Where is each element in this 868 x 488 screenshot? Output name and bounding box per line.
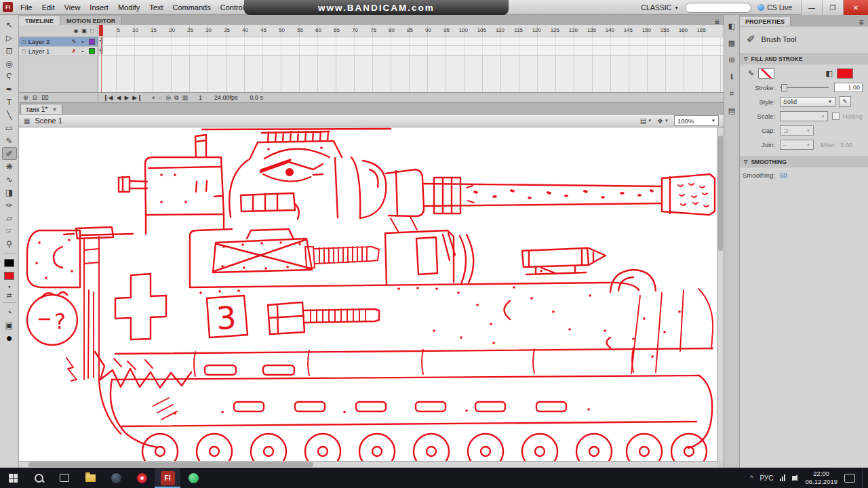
document-tab[interactable]: танк 1* ✕ [20,104,62,114]
rotation-3d-tool[interactable]: ◎ [2,57,17,70]
brush-tool[interactable]: ✐ [2,147,17,160]
search-input[interactable] [685,3,751,13]
start-button[interactable] [0,468,26,488]
edit-symbol-button[interactable]: ❖▼ [657,117,669,125]
dark-app-button[interactable] [103,468,129,488]
tab-motion-editor[interactable]: MOTION EDITOR [60,16,122,25]
menu-edit[interactable]: Edit [37,1,60,14]
last-frame-button[interactable]: ▶❙ [132,94,142,101]
brush-size-option[interactable]: ● [2,331,17,344]
fill-color-swatch[interactable] [837,68,853,79]
horizontal-scrollbar[interactable] [19,461,717,468]
swatches-panel-icon[interactable]: ▦ [728,39,735,47]
menu-insert[interactable]: Insert [85,1,113,14]
file-explorer-button[interactable] [77,468,103,488]
swap-colors-button[interactable]: ⇄ [2,291,17,300]
pencil-tool[interactable]: ✎ [2,134,17,147]
lasso-tool[interactable]: Ϛ [2,70,17,83]
layer-lock-dot[interactable]: • [80,48,85,54]
layer-row-layer-2[interactable]: ▢Layer 2✎• [19,37,98,47]
panel-menu-icon[interactable]: ≣ [854,19,868,26]
green-app-button[interactable] [180,468,206,488]
clock[interactable]: 22:00 06.12.2019 [805,470,837,486]
zoom-tool[interactable]: ⚲ [2,237,17,250]
zoom-control[interactable]: 100% ▼ [674,115,719,126]
scene-name[interactable]: Scene 1 [35,117,62,125]
stage[interactable]: 3 ? [19,127,717,461]
task-view-button[interactable] [52,468,77,488]
smoothing-section-header[interactable]: ▽ SMOOTHING [740,157,868,167]
new-layer-button[interactable]: ⊕ [23,94,28,101]
scale-dropdown[interactable]: ▼ [780,111,828,121]
timeline-ruler[interactable]: 5101520253035404550556065707580859095100… [98,25,724,37]
menu-view[interactable]: View [60,1,85,14]
menu-commands[interactable]: Commands [167,1,215,14]
stroke-color-swatch[interactable] [2,256,17,269]
lock-all-icon[interactable]: ▣ [82,28,87,34]
new-folder-button[interactable]: ⊟ [33,94,38,101]
color-panel-icon[interactable]: ◧ [728,22,735,30]
line-tool[interactable]: ╲ [2,108,17,121]
hidden-icons-chevron[interactable]: ^ [750,474,753,481]
restore-button[interactable]: ❐ [822,0,843,15]
onion-outline-icon[interactable]: ◎ [165,94,171,101]
layer-hidden-icon[interactable]: ✗ [71,48,77,54]
transform-panel-icon[interactable]: ⌗ [730,89,734,98]
default-colors-button[interactable]: ▪ [2,282,17,291]
layer-edit-pencil-icon[interactable]: ✎ [71,39,77,45]
close-button[interactable]: ✕ [843,0,868,15]
eraser-tool[interactable]: ▱ [2,211,17,224]
menu-text[interactable]: Text [144,1,167,14]
edit-multiple-frames-icon[interactable]: ⧉ [174,94,178,102]
layer-outline-swatch[interactable] [89,48,95,54]
hand-tool[interactable]: ☞ [2,224,17,237]
close-icon[interactable]: ✕ [52,106,57,113]
join-dropdown[interactable]: ⌐ ▼ [780,140,814,150]
lock-fill-option[interactable]: ▣ [2,319,17,331]
network-icon[interactable] [780,474,785,481]
cap-dropdown[interactable]: ⊐ ▼ [780,125,814,136]
align-panel-icon[interactable]: ⊞ [728,56,734,64]
taskbar-search-button[interactable] [26,468,52,488]
show-hide-all-icon[interactable]: ◉ [74,28,79,34]
smoothing-value[interactable]: 50 [780,171,787,179]
timeline-frames-pane[interactable]: 5101520253035404550556065707580859095100… [98,25,724,93]
play-button[interactable]: ▶ [124,94,129,101]
stroke-slider[interactable] [780,87,829,88]
layer-row-layer-1[interactable]: ▢Layer 1✗• [19,47,98,56]
free-transform-tool[interactable]: ⊡ [2,44,17,57]
fill-color-swatch[interactable] [2,269,17,282]
edit-scene-button[interactable]: ▤▼ [640,117,652,125]
tab-properties[interactable]: PROPERTIES [740,17,791,26]
panel-menu-icon[interactable]: ≣ [710,18,724,25]
menu-modify[interactable]: Modify [113,1,144,14]
selection-tool[interactable]: ↖ [2,18,17,31]
frame-grid[interactable]: •• [98,37,724,93]
cs-live-button[interactable]: CS Live [757,3,792,12]
language-indicator[interactable]: РУС [760,474,773,482]
deco-tool[interactable]: ❋ [2,160,17,173]
playhead-marker[interactable] [99,25,103,36]
stroke-value-field[interactable]: 1.00 [834,83,863,92]
library-panel-icon[interactable]: ▤ [728,106,735,115]
delete-layer-button[interactable]: ⌧ [41,94,48,101]
stroke-color-swatch[interactable] [758,68,774,79]
action-center-icon[interactable] [844,474,855,483]
flash-taskbar-button[interactable]: Fl [155,468,180,488]
outline-all-icon[interactable]: □ [90,28,94,34]
frame-rate-value[interactable]: 24.00fps [214,94,238,101]
style-dropdown[interactable]: Solid ▼ [780,97,835,107]
minimize-button[interactable]: — [801,0,822,15]
bone-tool[interactable]: ∿ [2,173,17,186]
paint-bucket-tool[interactable]: ◨ [2,186,17,199]
tab-timeline[interactable]: TIMELINE [19,16,60,25]
menu-file[interactable]: File [16,1,37,14]
onion-skin-icon[interactable]: ◌ [159,94,162,101]
first-frame-button[interactable]: ❙◀ [103,94,113,101]
edit-stroke-style-button[interactable]: ✎ [839,96,851,107]
rectangle-tool[interactable]: ▭ [2,121,17,134]
brush-mode-option[interactable]: ◔ [2,306,17,319]
volume-icon[interactable] [792,476,795,481]
opera-button[interactable] [129,468,155,488]
stroke-slider-thumb[interactable] [781,84,787,92]
